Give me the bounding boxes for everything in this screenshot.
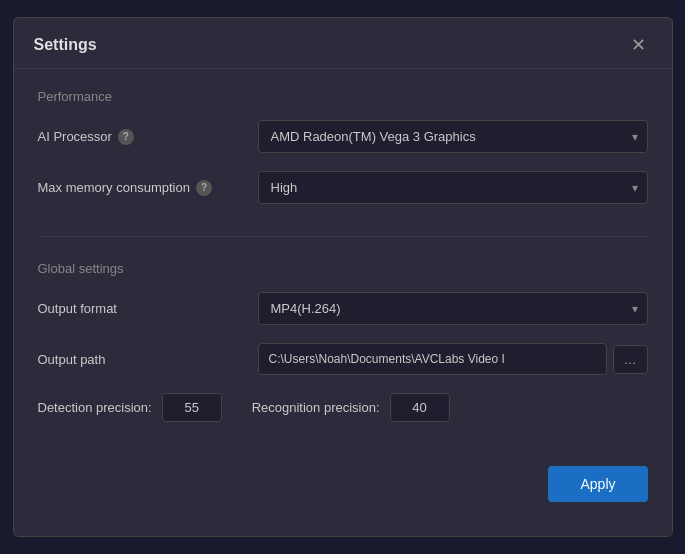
ai-processor-select[interactable]: AMD Radeon(TM) Vega 3 Graphics CPU [258,120,648,153]
ai-processor-dropdown-wrapper: AMD Radeon(TM) Vega 3 Graphics CPU ▾ [258,120,648,153]
max-memory-help-icon: ? [196,180,212,196]
dialog-header: Settings ✕ [14,18,672,69]
max-memory-dropdown-wrapper: Low Medium High ▾ [258,171,648,204]
dialog-footer: Apply [14,450,672,512]
ai-processor-help-icon: ? [118,129,134,145]
global-section-title: Global settings [38,261,648,276]
detection-precision-input[interactable] [162,393,222,422]
output-path-input[interactable] [258,343,607,375]
performance-section-title: Performance [38,89,648,104]
output-format-dropdown-wrapper: MP4(H.264) AVI MKV ▾ [258,292,648,325]
output-format-row: Output format MP4(H.264) AVI MKV ▾ [38,292,648,325]
ai-processor-row: AI Processor ? AMD Radeon(TM) Vega 3 Gra… [38,120,648,153]
output-path-label: Output path [38,352,258,367]
output-format-label: Output format [38,301,258,316]
recognition-precision-input[interactable] [390,393,450,422]
settings-dialog: Settings ✕ Performance AI Processor ? AM… [13,17,673,537]
apply-button[interactable]: Apply [548,466,647,502]
max-memory-select[interactable]: Low Medium High [258,171,648,204]
max-memory-label: Max memory consumption ? [38,180,258,196]
performance-section: Performance AI Processor ? AMD Radeon(TM… [14,69,672,232]
max-memory-row: Max memory consumption ? Low Medium High… [38,171,648,204]
section-divider [38,236,648,237]
detection-precision-group: Detection precision: [38,393,222,422]
global-settings-section: Global settings Output format MP4(H.264)… [14,241,672,450]
close-button[interactable]: ✕ [625,34,652,56]
dialog-title: Settings [34,36,97,54]
browse-button[interactable]: … [613,345,648,374]
recognition-precision-label: Recognition precision: [252,400,380,415]
output-format-select[interactable]: MP4(H.264) AVI MKV [258,292,648,325]
output-path-row: Output path … [38,343,648,375]
detection-precision-label: Detection precision: [38,400,152,415]
precision-row: Detection precision: Recognition precisi… [38,393,648,422]
ai-processor-label: AI Processor ? [38,129,258,145]
recognition-precision-group: Recognition precision: [252,393,450,422]
output-path-control: … [258,343,648,375]
